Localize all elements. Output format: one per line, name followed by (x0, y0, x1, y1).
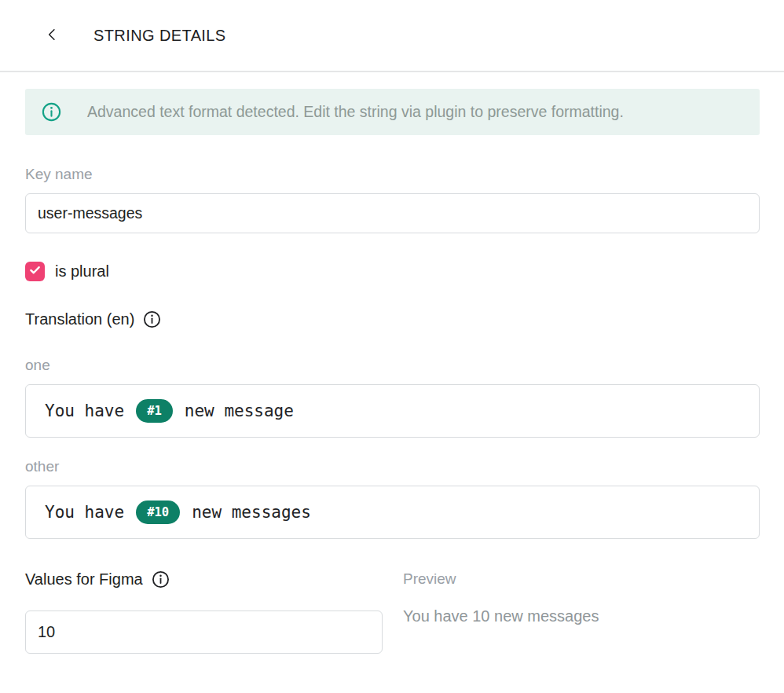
header: STRING DETAILS (0, 0, 784, 72)
translation-one-prefix: You have (45, 402, 124, 420)
translation-section-header: Translation (en) (25, 310, 760, 328)
translation-other-prefix: You have (45, 503, 124, 522)
translation-one-editor[interactable]: You have #1 new message (25, 384, 760, 438)
main-content: Advanced text format detected. Edit the … (0, 89, 784, 654)
figma-value-input[interactable] (25, 610, 383, 654)
translation-label: Translation (en) (25, 310, 134, 328)
advanced-format-banner: Advanced text format detected. Edit the … (25, 89, 760, 135)
info-icon[interactable] (152, 570, 170, 588)
values-column: Values for Figma (25, 570, 383, 654)
preview-column: Preview You have 10 new messages (403, 570, 599, 625)
plural-form-other-label: other (25, 458, 760, 475)
values-for-figma-label: Values for Figma (25, 570, 143, 588)
back-button[interactable] (41, 24, 63, 46)
placeholder-token-badge[interactable]: #1 (136, 399, 173, 423)
preview-label: Preview (403, 570, 599, 588)
is-plural-row: is plural (25, 262, 760, 281)
checkmark-icon (29, 264, 41, 279)
values-preview-row: Values for Figma Preview You have 10 new… (25, 570, 760, 654)
preview-text: You have 10 new messages (403, 607, 599, 625)
page-title: STRING DETAILS (93, 27, 226, 45)
plural-form-one-label: one (25, 357, 760, 374)
info-icon (42, 102, 61, 122)
translation-other-editor[interactable]: You have #10 new messages (25, 486, 760, 539)
banner-message: Advanced text format detected. Edit the … (87, 103, 624, 121)
chevron-left-icon (44, 27, 60, 45)
is-plural-checkbox[interactable] (25, 262, 45, 281)
placeholder-token-badge[interactable]: #10 (136, 500, 180, 524)
key-name-input[interactable] (25, 193, 760, 233)
is-plural-label: is plural (55, 262, 109, 280)
values-for-figma-header: Values for Figma (25, 570, 383, 588)
info-icon[interactable] (143, 310, 161, 328)
translation-other-suffix: new messages (192, 503, 311, 522)
translation-one-suffix: new message (185, 402, 294, 420)
key-name-label: Key name (25, 166, 760, 183)
